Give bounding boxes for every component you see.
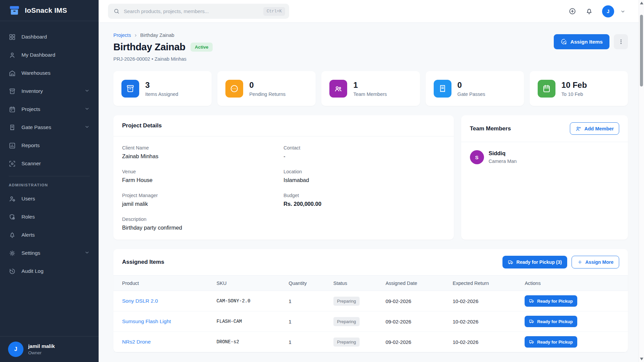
col-expected-return: Expected Return bbox=[453, 281, 525, 286]
user-name: jamil malik bbox=[28, 343, 55, 349]
sidebar-item-label: Settings bbox=[21, 250, 40, 256]
sidebar-item-warehouses[interactable]: Warehouses bbox=[0, 65, 99, 81]
warehouse-icon bbox=[9, 70, 16, 77]
sidebar-item-label: Audit Log bbox=[21, 268, 44, 274]
people-icon bbox=[329, 80, 347, 98]
stat-pending-returns: 0 Pending Returns bbox=[217, 71, 316, 106]
plus-icon bbox=[577, 259, 583, 265]
topbar: Ctrl+K J bbox=[99, 0, 644, 23]
sidebar-user-card[interactable]: J jamil malik Owner bbox=[0, 336, 99, 362]
pending-returns-icon bbox=[225, 80, 243, 98]
chevron-down-icon bbox=[84, 88, 90, 95]
sidebar-item-projects[interactable]: Projects bbox=[0, 102, 99, 117]
search-input[interactable] bbox=[124, 8, 259, 14]
stat-label: Items Assigned bbox=[145, 92, 178, 97]
sidebar-item-users[interactable]: Users bbox=[0, 191, 99, 206]
stat-label: Gate Passes bbox=[458, 92, 485, 97]
avatar: S bbox=[470, 150, 484, 164]
search-icon bbox=[113, 8, 120, 14]
sidebar-item-audit-log[interactable]: Audit Log bbox=[0, 263, 99, 279]
stat-label: To 10 Feb bbox=[561, 92, 587, 97]
scrollbar-up-arrow-icon[interactable] bbox=[640, 2, 643, 4]
sidebar-item-label: Inventory bbox=[21, 88, 43, 94]
product-link[interactable]: NRs2 Drone bbox=[122, 339, 217, 345]
table-row: Sumsung Flash Light FLASH-CAM 1 Preparin… bbox=[113, 311, 628, 332]
gear-icon bbox=[9, 250, 16, 257]
plus-circle-icon bbox=[569, 7, 576, 15]
sidebar-item-my-dashboard[interactable]: My Dashboard bbox=[0, 47, 99, 63]
sidebar: IoSnack IMS Dashboard My Dashboard Wareh… bbox=[0, 0, 99, 362]
notifications-button[interactable] bbox=[585, 7, 593, 15]
col-assigned-date: Assigned Date bbox=[385, 281, 452, 286]
stat-gate-passes: 0 Gate Passes bbox=[426, 71, 524, 106]
assign-items-button[interactable]: Assign Items bbox=[554, 34, 609, 49]
account-menu-button[interactable] bbox=[620, 8, 626, 14]
assigned-items-card: Assigned Items Ready for Pickup (3) Assi… bbox=[113, 249, 628, 352]
add-member-button[interactable]: Add Member bbox=[570, 122, 619, 135]
ready-for-pickup-button[interactable]: Ready for Pickup bbox=[525, 336, 577, 348]
ready-for-pickup-all-button[interactable]: Ready for Pickup (3) bbox=[502, 256, 567, 268]
sidebar-item-alerts[interactable]: Alerts bbox=[0, 227, 99, 243]
bar-chart-icon bbox=[9, 142, 16, 149]
quantity-cell: 1 bbox=[288, 339, 333, 345]
table-row: Sony DSLR 2.0 CAM-SONY-2.0 1 Preparing 0… bbox=[113, 291, 628, 311]
breadcrumb-separator: › bbox=[135, 32, 137, 38]
card-title: Assigned Items bbox=[122, 259, 164, 265]
stats-row: 3 Items Assigned 0 Pending Returns bbox=[113, 71, 628, 106]
chevron-down-icon bbox=[84, 250, 90, 257]
stat-dates: 10 Feb To 10 Feb bbox=[530, 71, 628, 106]
card-title: Team Members bbox=[470, 125, 511, 132]
expected-return-cell: 10-02-2026 bbox=[453, 339, 525, 345]
chevron-down-icon bbox=[84, 124, 90, 131]
chevron-down-icon bbox=[620, 8, 626, 14]
expected-return-cell: 10-02-2026 bbox=[453, 319, 525, 324]
truck-icon bbox=[508, 259, 514, 265]
scrollbar-thumb[interactable] bbox=[640, 15, 643, 86]
sidebar-item-settings[interactable]: Settings bbox=[0, 245, 99, 261]
field-client-name: Client Name Zainab Minhas bbox=[122, 145, 283, 160]
sku-cell: DRONE-s2 bbox=[217, 339, 289, 345]
user-gear-icon bbox=[9, 195, 16, 202]
main-area: Ctrl+K J Projects bbox=[99, 0, 644, 362]
brand-box-icon bbox=[9, 5, 20, 16]
sidebar-item-label: Gate Passes bbox=[21, 124, 51, 130]
project-details-card: Project Details Client Name Zainab Minha… bbox=[113, 115, 454, 240]
sidebar-item-label: Roles bbox=[21, 214, 35, 220]
topbar-actions: J bbox=[569, 5, 626, 17]
field-project-manager: Project Manager jamil malik bbox=[122, 193, 283, 207]
ready-for-pickup-button[interactable]: Ready for Pickup bbox=[525, 316, 577, 327]
sidebar-item-label: Warehouses bbox=[21, 70, 50, 76]
table-header: Product SKU Quantity Status Assigned Dat… bbox=[113, 275, 628, 291]
sidebar-item-roles[interactable]: Roles bbox=[0, 209, 99, 225]
product-link[interactable]: Sumsung Flash Light bbox=[122, 318, 217, 324]
breadcrumb: Projects › Birthday Zainab bbox=[113, 32, 213, 38]
more-options-button[interactable] bbox=[614, 34, 628, 49]
global-search[interactable]: Ctrl+K bbox=[108, 4, 289, 19]
assign-more-button[interactable]: Assign More bbox=[572, 256, 619, 268]
sidebar-item-inventory[interactable]: Inventory bbox=[0, 83, 99, 99]
assigned-date-cell: 09-02-2026 bbox=[385, 298, 452, 304]
col-status: Status bbox=[333, 281, 386, 286]
brand-logo-row[interactable]: IoSnack IMS bbox=[0, 0, 99, 21]
brand-name: IoSnack IMS bbox=[25, 6, 67, 14]
bell-icon bbox=[9, 232, 16, 239]
sidebar-item-reports[interactable]: Reports bbox=[0, 138, 99, 153]
sidebar-item-dashboard[interactable]: Dashboard bbox=[0, 29, 99, 45]
truck-icon bbox=[529, 298, 534, 304]
sku-cell: CAM-SONY-2.0 bbox=[217, 298, 289, 304]
sidebar-item-gate-passes[interactable]: Gate Passes bbox=[0, 120, 99, 135]
sidebar-item-scanner[interactable]: Scanner bbox=[0, 156, 99, 171]
person-icon bbox=[9, 52, 16, 59]
sidebar-item-label: My Dashboard bbox=[21, 52, 55, 58]
product-link[interactable]: Sony DSLR 2.0 bbox=[122, 298, 217, 304]
ready-for-pickup-button[interactable]: Ready for Pickup bbox=[525, 295, 577, 307]
field-venue: Venue Farm House bbox=[122, 169, 283, 183]
avatar[interactable]: J bbox=[602, 5, 614, 17]
sidebar-nav: Dashboard My Dashboard Warehouses Invent… bbox=[0, 21, 99, 336]
breadcrumb-projects-link[interactable]: Projects bbox=[113, 33, 131, 38]
scrollbar-down-arrow-icon[interactable] bbox=[640, 358, 643, 360]
add-button[interactable] bbox=[569, 7, 576, 15]
window-scrollbar[interactable] bbox=[639, 0, 644, 362]
stat-items-assigned: 3 Items Assigned bbox=[113, 71, 212, 106]
assigned-date-cell: 09-02-2026 bbox=[385, 319, 452, 324]
